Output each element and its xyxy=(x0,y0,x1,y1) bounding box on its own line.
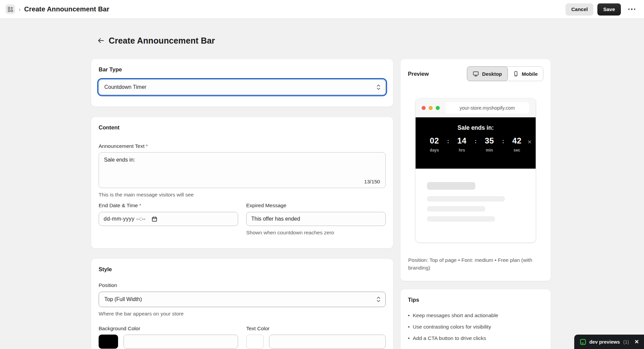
countdown-separator: : xyxy=(473,138,478,145)
tips-heading: Tips xyxy=(408,297,543,303)
cancel-button[interactable]: Cancel xyxy=(566,3,593,15)
tip-item: •Add a CTA button to drive clicks xyxy=(408,333,543,344)
expired-message-label: Expired Message xyxy=(246,202,386,209)
bar-type-card: Bar Type Countdown Timer xyxy=(91,59,393,107)
browser-chrome: your-store.myshopify.com xyxy=(416,99,536,117)
window-title: Create Announcement Bar xyxy=(24,5,109,13)
announcement-bar-message: Sale ends in: xyxy=(416,124,536,131)
announcement-help-text: This is the main message visitors will s… xyxy=(99,192,386,198)
bar-type-select[interactable]: Countdown Timer xyxy=(99,79,386,95)
background-color-input[interactable] xyxy=(123,335,238,349)
main-content: Create Announcement Bar Bar Type Countdo… xyxy=(91,19,551,349)
countdown-days-value: 02 xyxy=(423,136,445,146)
skeleton-bar xyxy=(427,182,475,190)
breadcrumb-separator: › xyxy=(19,6,20,12)
text-color-label: Text Color xyxy=(246,326,386,332)
announcement-text-value: Sale ends in: xyxy=(104,157,135,163)
tip-item: •Use contrasting colors for visibility xyxy=(408,321,543,333)
tip-item: •Keep messages short and actionable xyxy=(408,310,543,321)
mobile-icon xyxy=(513,71,519,77)
countdown-timer: 02 days : 14 hrs : 35 min xyxy=(416,136,536,153)
save-button[interactable]: Save xyxy=(597,3,621,15)
position-label: Position xyxy=(99,282,386,288)
required-mark: * xyxy=(139,202,141,209)
select-updown-icon xyxy=(376,84,381,90)
background-color-label: Background Color xyxy=(99,326,238,332)
required-mark: * xyxy=(146,143,148,149)
dev-preview-window-icon xyxy=(580,339,586,345)
content-card: Content Announcement Text * Sale ends in… xyxy=(91,117,393,248)
announcement-bar-preview: Sale ends in: 02 days : 14 hrs : xyxy=(416,117,536,169)
browser-url: your-store.myshopify.com xyxy=(445,102,529,114)
traffic-light-green-icon xyxy=(436,106,440,110)
calendar-icon[interactable] xyxy=(152,216,157,222)
countdown-hrs-value: 14 xyxy=(451,136,473,146)
background-color-swatch[interactable] xyxy=(99,335,118,349)
bar-type-heading: Bar Type xyxy=(99,66,386,73)
select-updown-icon xyxy=(376,296,381,302)
text-color-swatch[interactable] xyxy=(246,335,264,349)
countdown-separator: : xyxy=(445,138,451,145)
countdown-min-label: min xyxy=(478,148,500,153)
traffic-light-yellow-icon xyxy=(429,106,433,110)
content-heading: Content xyxy=(99,124,386,131)
bar-close-icon[interactable]: × xyxy=(528,138,532,145)
end-date-placeholder: dd-mm-yyyy --:-- xyxy=(104,216,146,222)
announcement-text-label: Announcement Text * xyxy=(99,143,386,149)
style-card: Style Position Top (Full Width) Where th… xyxy=(91,259,393,349)
dev-previews-badge[interactable]: dev previews (1) ✕ xyxy=(574,335,644,349)
preview-heading: Preview xyxy=(408,71,429,77)
traffic-light-red-icon xyxy=(422,106,426,110)
page-skeleton xyxy=(416,169,536,242)
skeleton-bar xyxy=(427,196,505,201)
preview-card: Preview Desktop xyxy=(400,59,551,281)
countdown-min-value: 35 xyxy=(478,136,500,146)
expired-message-input[interactable] xyxy=(246,212,386,226)
countdown-sec-label: sec xyxy=(506,148,528,153)
device-toggle-mobile[interactable]: Mobile xyxy=(507,67,543,81)
skeleton-bar xyxy=(427,206,485,212)
position-select[interactable]: Top (Full Width) xyxy=(99,292,386,307)
preview-caption: Position: Top of page • Font: medium • F… xyxy=(408,256,543,272)
end-date-label: End Date & Time * xyxy=(99,202,238,209)
position-help-text: Where the bar appears on your store xyxy=(99,311,386,317)
countdown-hrs-label: hrs xyxy=(451,148,473,153)
page-title: Create Announcement Bar xyxy=(109,36,215,46)
countdown-sec-value: 42 xyxy=(506,136,528,146)
top-bar: › Create Announcement Bar Cancel Save xyxy=(0,0,644,19)
device-toggle: Desktop Mobile xyxy=(467,66,543,81)
back-arrow-icon[interactable] xyxy=(97,36,105,45)
tips-list: •Keep messages short and actionable •Use… xyxy=(408,310,543,344)
countdown-days-label: days xyxy=(423,148,445,153)
desktop-icon xyxy=(473,71,479,77)
end-date-input[interactable]: dd-mm-yyyy --:-- xyxy=(99,212,238,226)
dev-previews-close-icon[interactable]: ✕ xyxy=(635,339,639,345)
browser-mockup: your-store.myshopify.com Sale ends in: 0… xyxy=(416,99,536,242)
style-heading: Style xyxy=(99,266,386,273)
device-toggle-desktop[interactable]: Desktop xyxy=(467,66,507,81)
bar-type-select-value: Countdown Timer xyxy=(104,84,146,90)
countdown-separator: : xyxy=(500,138,506,145)
app-icon[interactable] xyxy=(5,4,15,14)
dev-previews-label: dev previews xyxy=(589,339,620,345)
expired-help-text: Shown when countdown reaches zero xyxy=(246,230,386,236)
char-counter: 13/150 xyxy=(364,179,380,185)
text-color-input[interactable] xyxy=(269,335,386,349)
position-select-value: Top (Full Width) xyxy=(104,296,142,302)
skeleton-bar xyxy=(427,216,495,222)
tips-card: Tips •Keep messages short and actionable… xyxy=(400,289,551,349)
more-menu-icon[interactable] xyxy=(627,6,637,13)
announcement-text-input[interactable]: Sale ends in: 13/150 xyxy=(99,152,386,188)
dev-previews-count: (1) xyxy=(623,339,629,345)
